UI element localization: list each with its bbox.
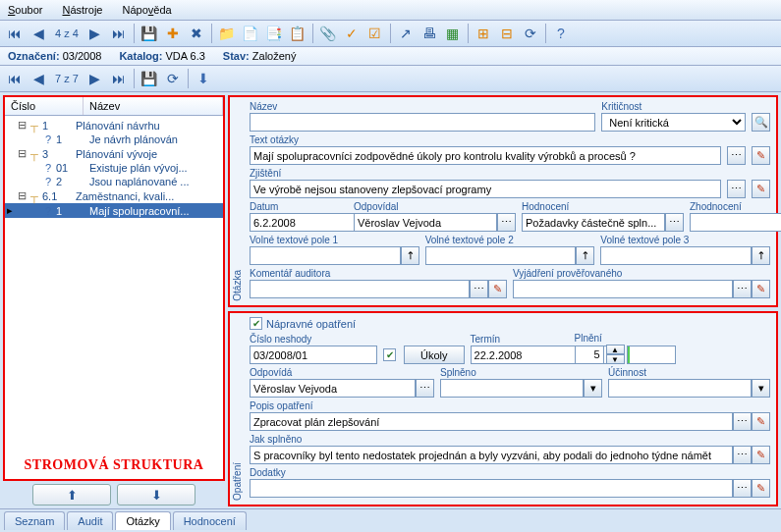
tab-otazky[interactable]: Otázky	[115, 511, 170, 530]
nav-last-icon[interactable]: ⏭	[108, 23, 130, 44]
menu-file[interactable]: SSouboroubor	[4, 2, 46, 18]
splneno-dropdown-icon[interactable]: ▾	[584, 379, 602, 398]
folder-icon[interactable]: 📁	[216, 23, 238, 44]
sub-refresh-icon[interactable]: ⟳	[162, 68, 184, 89]
hier-icon[interactable]: ⊟	[496, 23, 518, 44]
zhodnoceni-input[interactable]	[690, 213, 781, 232]
zjisteni-input[interactable]	[250, 180, 721, 198]
sub-last-icon[interactable]: ⏭	[108, 68, 130, 89]
nazev-input[interactable]	[250, 113, 595, 132]
edit-dod-icon[interactable]: ✎	[752, 479, 770, 498]
odp-more-button[interactable]: ⋯	[497, 213, 516, 232]
vp3-expand-icon[interactable]: ↗	[752, 246, 770, 265]
nav-prev-icon[interactable]: ◀	[28, 23, 49, 44]
komentar-input[interactable]	[250, 280, 470, 298]
tree-col-cislo[interactable]: Číslo	[5, 97, 84, 115]
more-text-button[interactable]: ⋯	[727, 146, 746, 165]
tree-row[interactable]: ⊟┬3Plánování vývoje	[5, 146, 223, 161]
vp2-expand-icon[interactable]: ↗	[576, 246, 594, 265]
tree-row[interactable]: ⊟┬6.1Zaměstnanci, kvali...	[5, 188, 223, 203]
detail-button[interactable]: 🔍	[752, 113, 770, 132]
edit-zjist-icon[interactable]: ✎	[752, 180, 770, 198]
tree-expand-icon[interactable]: ⊟	[17, 189, 27, 202]
vp2-input[interactable]	[425, 246, 577, 265]
delete-icon[interactable]: ✖	[186, 23, 207, 44]
sub-prev-icon[interactable]: ◀	[28, 68, 49, 89]
attach-icon[interactable]: 📎	[317, 23, 339, 44]
vyj-more-button[interactable]: ⋯	[733, 280, 752, 298]
jak-input[interactable]	[250, 446, 733, 464]
vp3-input[interactable]	[600, 246, 752, 265]
nav-next-icon[interactable]: ▶	[84, 23, 106, 44]
vp1-input[interactable]	[250, 246, 401, 265]
tree-row[interactable]: ▸?1Mají spolupracovní...	[5, 203, 223, 218]
menu-help[interactable]: Nápověda	[118, 2, 175, 18]
text-otazky-input[interactable]	[250, 146, 721, 165]
doc1-icon[interactable]: 📄	[240, 23, 261, 44]
napravne-checkbox[interactable]: ✔	[250, 317, 262, 330]
tab-audit[interactable]: Audit	[67, 511, 113, 530]
move-up-button[interactable]: ⬆	[32, 484, 111, 505]
export-icon[interactable]: ↗	[395, 23, 417, 44]
ukoly-checkbox[interactable]: ✔	[383, 348, 396, 361]
edit-kom-icon[interactable]: ✎	[488, 280, 507, 298]
stav-value: Založený	[252, 50, 297, 62]
edit-vyj-icon[interactable]: ✎	[752, 280, 770, 298]
op-odpovida-input[interactable]	[250, 379, 416, 398]
dod-more-button[interactable]: ⋯	[733, 479, 752, 498]
tree-expand-icon[interactable]: ⊟	[17, 119, 27, 132]
ukoly-button[interactable]: Úkoly	[404, 346, 465, 364]
tab-seznam[interactable]: Seznam	[4, 511, 65, 530]
edit-text-icon[interactable]: ✎	[752, 146, 770, 165]
sub-save-icon[interactable]: 💾	[139, 68, 160, 89]
tree-row[interactable]: ?1Je návrh plánován	[5, 133, 223, 146]
more-zjist-button[interactable]: ⋯	[727, 180, 746, 198]
doc3-icon[interactable]: 📋	[287, 23, 308, 44]
move-down-button[interactable]: ⬇	[117, 484, 195, 505]
vp1-expand-icon[interactable]: ↗	[401, 246, 419, 265]
kom-more-button[interactable]: ⋯	[470, 280, 488, 298]
plneni-down-icon[interactable]: ▼	[606, 354, 625, 364]
odpovidal-input[interactable]	[354, 213, 497, 232]
ucinnost-dropdown-icon[interactable]: ▾	[752, 379, 770, 398]
ucinnost-input[interactable]	[608, 379, 752, 398]
sub-down-icon[interactable]: ⬇	[193, 68, 214, 89]
excel-icon[interactable]: ▦	[442, 23, 464, 44]
jak-more-button[interactable]: ⋯	[733, 446, 752, 464]
popis-more-button[interactable]: ⋯	[733, 412, 752, 431]
menubar: SSouboroubor Nástroje Nápověda	[0, 0, 781, 21]
tab-hodnoceni[interactable]: Hodnocení	[173, 511, 247, 530]
splneno-input[interactable]	[440, 379, 584, 398]
print-icon[interactable]: 🖶	[418, 23, 440, 44]
doc2-icon[interactable]: 📑	[263, 23, 285, 44]
check-icon[interactable]: ✓	[341, 23, 363, 44]
nav-first-icon[interactable]: ⏮	[4, 23, 26, 44]
refresh-icon[interactable]: ⟳	[520, 23, 541, 44]
tree-icon[interactable]: ⊞	[473, 23, 494, 44]
hod-more-button[interactable]: ⋯	[665, 213, 684, 232]
tree-expand-icon[interactable]: ⊟	[17, 147, 27, 160]
task-icon[interactable]: ☑	[364, 23, 386, 44]
edit-jak-icon[interactable]: ✎	[752, 446, 770, 464]
question-panel: Otázka Název Kritičnost Není kritická 🔍 …	[228, 95, 778, 307]
plneni-up-icon[interactable]: ▲	[606, 345, 625, 354]
add-icon[interactable]: ✚	[162, 23, 184, 44]
tree-row[interactable]: ⊟┬1Plánování návrhu	[5, 118, 223, 133]
hodnoceni-input[interactable]	[522, 213, 665, 232]
sub-next-icon[interactable]: ▶	[84, 68, 106, 89]
kriticnost-select[interactable]: Není kritická	[601, 113, 746, 132]
op-odp-more-button[interactable]: ⋯	[416, 379, 434, 398]
sub-first-icon[interactable]: ⏮	[4, 68, 26, 89]
tree-col-nazev[interactable]: Název	[84, 97, 223, 115]
edit-popis-icon[interactable]: ✎	[752, 412, 770, 431]
dodatky-input[interactable]	[250, 479, 733, 498]
tree-row[interactable]: ?2Jsou naplánované ...	[5, 175, 223, 188]
vyjadreni-input[interactable]	[513, 280, 733, 298]
popis-input[interactable]	[250, 412, 733, 431]
plneni-input[interactable]	[575, 346, 604, 364]
save-icon[interactable]: 💾	[139, 23, 160, 44]
menu-tools[interactable]: Nástroje	[58, 2, 106, 18]
help-icon[interactable]: ?	[550, 23, 572, 44]
cislo-neshody-input[interactable]	[250, 346, 377, 364]
tree-row[interactable]: ?01Existuje plán vývoj...	[5, 161, 223, 175]
